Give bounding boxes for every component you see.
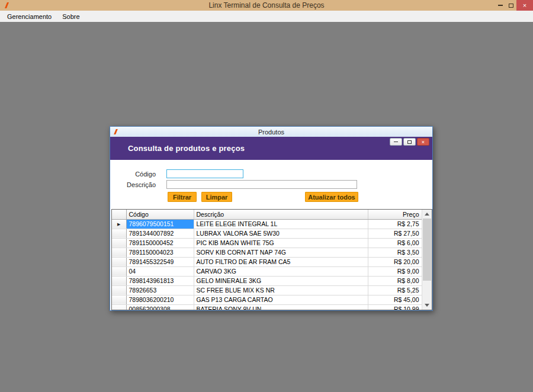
produtos-window-icon <box>113 128 118 135</box>
menu-item-sobre[interactable]: Sobre <box>57 11 85 22</box>
menubar: Gerenciamento Sobre <box>0 11 533 22</box>
cell-codigo[interactable]: 7891150000452 <box>126 238 194 248</box>
cell-preco[interactable]: R$ 6,00 <box>368 238 422 248</box>
consulta-header-title: Consulta de produtos e preços <box>128 144 245 153</box>
row-header-cell[interactable]: ▶ <box>112 219 126 229</box>
row-header-cell[interactable] <box>112 257 126 266</box>
main-titlebar: Linx Terminal de Consulta de Preços × <box>0 0 533 11</box>
grid-row[interactable]: 7898143961813GELO MINERALE 3KGR$ 8,00 <box>112 276 422 285</box>
filtrar-button[interactable]: Filtrar <box>168 192 197 202</box>
cell-preco[interactable]: R$ 27,50 <box>368 229 422 238</box>
grid-row[interactable]: 7891150004023SORV KIB CORN ATT NAP 74GR$… <box>112 248 422 257</box>
products-grid: Código Descrição Preço ▶7896079500151LEI… <box>111 209 432 310</box>
cell-codigo[interactable]: 7896079500151 <box>126 219 194 229</box>
cell-descricao[interactable]: CARVAO 3KG <box>194 266 368 276</box>
cell-descricao[interactable]: LUBRAX VALORA SAE 5W30 <box>194 229 368 238</box>
row-header-cell[interactable] <box>112 276 126 285</box>
row-header-cell[interactable] <box>112 248 126 257</box>
row-header-cell[interactable] <box>112 304 126 310</box>
cell-codigo[interactable]: 04 <box>126 266 194 276</box>
cell-codigo[interactable]: 7898036200210 <box>126 295 194 304</box>
codigo-input[interactable] <box>166 169 243 178</box>
cell-preco[interactable]: R$ 5,25 <box>368 285 422 295</box>
grid-row[interactable]: 7891344007892LUBRAX VALORA SAE 5W30R$ 27… <box>112 229 422 238</box>
grid-row[interactable]: 008562000308BATERIA SONY 9V UNR$ 10,99 <box>112 304 422 310</box>
produtos-restore-button[interactable] <box>403 138 416 146</box>
minimize-icon <box>498 5 503 6</box>
main-window-title: Linx Terminal de Consulta de Preços <box>0 1 533 9</box>
restore-icon <box>407 140 412 144</box>
cell-codigo[interactable]: 7891455322549 <box>126 257 194 266</box>
row-header-cell[interactable] <box>112 238 126 248</box>
grid-row[interactable]: 7891150000452PIC KIB MAGN WHITE 75GR$ 6,… <box>112 238 422 248</box>
cell-preco[interactable]: R$ 8,00 <box>368 276 422 285</box>
vertical-scrollbar[interactable] <box>422 210 432 310</box>
cell-descricao[interactable]: SC FREE BLUE MIX KS NR <box>194 285 368 295</box>
grid-row[interactable]: 78926653SC FREE BLUE MIX KS NRR$ 5,25 <box>112 285 422 295</box>
cell-descricao[interactable]: SORV KIB CORN ATT NAP 74G <box>194 248 368 257</box>
limpar-button[interactable]: Limpar <box>201 192 232 202</box>
grid-row[interactable]: ▶7896079500151LEITE ELEGE INTEGRAL 1LR$ … <box>112 219 422 229</box>
column-header-preco[interactable]: Preço <box>368 210 422 219</box>
row-header-cell[interactable] <box>112 285 126 295</box>
maximize-button[interactable] <box>506 0 516 11</box>
cell-preco[interactable]: R$ 10,99 <box>368 304 422 310</box>
atualizar-todos-button[interactable]: Atualizar todos <box>305 192 358 202</box>
cell-descricao[interactable]: BATERIA SONY 9V UN <box>194 304 368 310</box>
produtos-close-button[interactable]: × <box>417 138 429 146</box>
close-button[interactable]: × <box>516 0 533 11</box>
descricao-label: Descrição <box>110 181 160 188</box>
close-icon: × <box>422 139 425 145</box>
minimize-icon <box>394 142 398 142</box>
cell-preco[interactable]: R$ 3,50 <box>368 248 422 257</box>
cell-codigo[interactable]: 008562000308 <box>126 304 194 310</box>
produtos-window-title: Produtos <box>258 128 284 136</box>
cell-codigo[interactable]: 7898143961813 <box>126 276 194 285</box>
current-row-arrow-icon: ▶ <box>117 222 120 226</box>
descricao-input[interactable] <box>166 180 357 189</box>
grid-header-row: Código Descrição Preço <box>112 210 422 219</box>
cell-descricao[interactable]: LEITE ELEGE INTEGRAL 1L <box>194 219 368 229</box>
grid-row[interactable]: 04CARVAO 3KGR$ 9,00 <box>112 266 422 276</box>
scroll-up-button[interactable] <box>422 210 432 219</box>
column-header-codigo[interactable]: Código <box>126 210 194 219</box>
close-icon: × <box>523 2 526 9</box>
cell-preco[interactable]: R$ 20,00 <box>368 257 422 266</box>
produtos-window-controls: × <box>390 138 429 146</box>
minimize-button[interactable] <box>495 0 506 11</box>
row-header-cell[interactable] <box>112 266 126 276</box>
cell-descricao[interactable]: AUTO FILTRO DE AR FRAM CA5 <box>194 257 368 266</box>
cell-descricao[interactable]: GELO MINERALE 3KG <box>194 276 368 285</box>
codigo-label: Código <box>110 171 160 178</box>
scrollbar-thumb[interactable] <box>423 219 431 281</box>
cell-preco[interactable]: R$ 2,75 <box>368 219 422 229</box>
arrow-down-icon <box>425 304 429 307</box>
cell-codigo[interactable]: 7891150004023 <box>126 248 194 257</box>
produtos-window: Produtos × Consulta de produtos e preços… <box>110 126 433 311</box>
products-table: Código Descrição Preço ▶7896079500151LEI… <box>112 210 422 310</box>
app-window: Linx Terminal de Consulta de Preços × Ge… <box>0 0 533 392</box>
grid-corner-header[interactable] <box>112 210 126 219</box>
window-controls: × <box>495 0 533 11</box>
cell-descricao[interactable]: PIC KIB MAGN WHITE 75G <box>194 238 368 248</box>
maximize-icon <box>509 4 513 8</box>
linx-logo-icon <box>4 2 9 9</box>
produtos-titlebar[interactable]: Produtos <box>110 127 432 137</box>
produtos-minimize-button[interactable] <box>390 138 402 146</box>
menu-item-gerenciamento[interactable]: Gerenciamento <box>2 11 57 22</box>
grid-row[interactable]: 7898036200210GAS P13 CARGA CARTAOR$ 45,0… <box>112 295 422 304</box>
cell-codigo[interactable]: 7891344007892 <box>126 229 194 238</box>
consulta-header-band: Consulta de produtos e preços <box>110 137 432 160</box>
grid-row[interactable]: 7891455322549AUTO FILTRO DE AR FRAM CA5R… <box>112 257 422 266</box>
row-header-cell[interactable] <box>112 229 126 238</box>
cell-descricao[interactable]: GAS P13 CARGA CARTAO <box>194 295 368 304</box>
cell-preco[interactable]: R$ 45,00 <box>368 295 422 304</box>
arrow-up-icon <box>425 213 429 216</box>
row-header-cell[interactable] <box>112 295 126 304</box>
cell-codigo[interactable]: 78926653 <box>126 285 194 295</box>
scroll-down-button[interactable] <box>422 301 432 310</box>
cell-preco[interactable]: R$ 9,00 <box>368 266 422 276</box>
column-header-descricao[interactable]: Descrição <box>194 210 368 219</box>
